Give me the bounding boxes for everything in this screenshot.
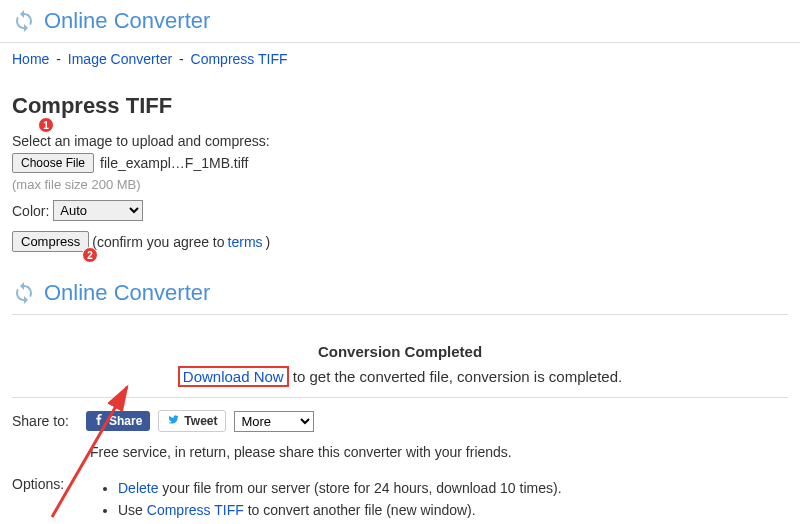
- breadcrumb-image-converter[interactable]: Image Converter: [68, 51, 172, 67]
- breadcrumb: Home - Image Converter - Compress TIFF: [0, 43, 800, 75]
- site-title[interactable]: Online Converter: [44, 8, 210, 34]
- compress-button[interactable]: Compress: [12, 231, 89, 252]
- use-rest: to convert another file (new window).: [244, 502, 476, 518]
- options-row: Options: Delete your file from our serve…: [12, 474, 788, 524]
- download-suffix: to get the converted file, conversion is…: [289, 368, 623, 385]
- max-size-hint: (max file size 200 MB): [12, 177, 788, 192]
- confirm-suffix: ): [266, 234, 271, 250]
- options-label: Options:: [12, 474, 78, 492]
- refresh-icon: [12, 281, 36, 305]
- site-title-2[interactable]: Online Converter: [44, 280, 210, 306]
- terms-link[interactable]: terms: [228, 234, 263, 250]
- selected-file-name: file_exampl…F_1MB.tiff: [100, 155, 248, 171]
- download-highlight: Download Now: [178, 366, 289, 387]
- share-note: Free service, in return, please share th…: [90, 444, 788, 460]
- more-share-select[interactable]: More: [234, 411, 314, 432]
- color-label: Color:: [12, 203, 49, 219]
- color-select[interactable]: Auto: [53, 200, 143, 221]
- step-badge-1: 1: [38, 117, 54, 133]
- step-badge-2: 2: [82, 247, 98, 263]
- file-row: Choose File file_exampl…F_1MB.tiff: [12, 153, 788, 173]
- facebook-share-label: Share: [109, 414, 142, 428]
- color-row: Color: Auto: [12, 200, 788, 221]
- download-row: Download Now to get the converted file, …: [12, 366, 788, 387]
- use-prefix: Use: [118, 502, 147, 518]
- result-block: Conversion Completed Download Now to get…: [12, 333, 788, 398]
- result-section: Online Converter Conversion Completed Do…: [12, 272, 788, 524]
- share-label: Share to:: [12, 413, 78, 429]
- page-title: Compress TIFF: [12, 93, 788, 119]
- site-header: Online Converter: [0, 0, 800, 43]
- delete-rest: your file from our server (store for 24 …: [158, 480, 561, 496]
- breadcrumb-sep: -: [179, 51, 184, 67]
- select-label: Select an image to upload and compress:: [12, 133, 788, 149]
- delete-link[interactable]: Delete: [118, 480, 158, 496]
- choose-file-button[interactable]: Choose File: [12, 153, 94, 173]
- breadcrumb-compress-tiff[interactable]: Compress TIFF: [191, 51, 288, 67]
- share-row: Share to: Share Tweet More: [12, 410, 788, 432]
- breadcrumb-sep: -: [56, 51, 61, 67]
- main-content: Compress TIFF 1 2 Select an image to upl…: [0, 75, 800, 524]
- download-now-link[interactable]: Download Now: [183, 368, 284, 385]
- options-list: Delete your file from our server (store …: [118, 474, 562, 524]
- breadcrumb-home[interactable]: Home: [12, 51, 49, 67]
- site-header-2: Online Converter: [12, 272, 788, 315]
- compress-row: Compress (confirm you agree to terms): [12, 231, 788, 252]
- refresh-icon: [12, 9, 36, 33]
- facebook-icon: [94, 414, 105, 428]
- conversion-completed-title: Conversion Completed: [12, 343, 788, 360]
- list-item: Use Compress TIFF to convert another fil…: [118, 502, 562, 518]
- twitter-icon: [167, 414, 180, 428]
- compress-tiff-link[interactable]: Compress TIFF: [147, 502, 244, 518]
- list-item: Delete your file from our server (store …: [118, 480, 562, 496]
- twitter-share-label: Tweet: [184, 414, 217, 428]
- confirm-prefix: (confirm you agree to: [92, 234, 224, 250]
- facebook-share-button[interactable]: Share: [86, 411, 150, 431]
- twitter-share-button[interactable]: Tweet: [158, 410, 226, 432]
